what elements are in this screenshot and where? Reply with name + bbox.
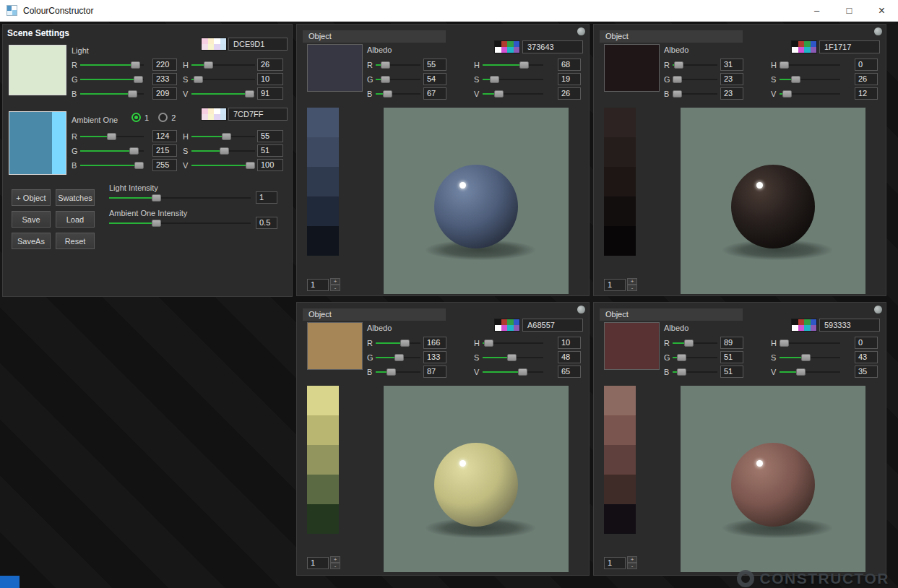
reset-button[interactable]: Reset <box>56 233 95 249</box>
shade-swatch[interactable] <box>307 504 339 534</box>
albedo-s-slider[interactable] <box>483 74 543 85</box>
ambient-v-value[interactable]: 100 <box>257 159 283 171</box>
albedo-h-slider[interactable] <box>483 338 543 348</box>
albedo-palette-icon[interactable] <box>494 319 520 332</box>
scale-decrement-button[interactable]: - <box>330 563 340 569</box>
slider-thumb[interactable] <box>107 133 116 140</box>
albedo-g-slider[interactable] <box>673 353 717 363</box>
shade-swatch[interactable] <box>604 137 636 167</box>
albedo-g-slider[interactable] <box>376 74 420 85</box>
albedo-s-slider[interactable] <box>483 353 543 363</box>
panel-indicator-circle[interactable] <box>577 27 585 35</box>
albedo-r-value[interactable]: 166 <box>423 337 446 349</box>
shade-swatch[interactable] <box>307 226 339 256</box>
slider-thumb[interactable] <box>246 162 255 169</box>
slider-thumb[interactable] <box>801 354 811 361</box>
scale-increment-button[interactable]: + <box>627 556 637 563</box>
close-button[interactable]: × <box>865 0 898 21</box>
slider-thumb[interactable] <box>494 90 504 98</box>
slider-thumb[interactable] <box>674 61 683 69</box>
slider-thumb[interactable] <box>383 90 392 98</box>
scale-decrement-button[interactable]: - <box>627 285 637 291</box>
shade-swatch[interactable] <box>604 445 636 475</box>
albedo-b-slider[interactable] <box>673 89 717 99</box>
light-g-slider[interactable] <box>80 74 144 85</box>
ambient-h-slider[interactable] <box>191 131 255 142</box>
slider-thumb[interactable] <box>220 147 229 155</box>
slider-thumb[interactable] <box>519 61 529 69</box>
albedo-v-slider[interactable] <box>483 89 543 99</box>
light-r-value[interactable]: 220 <box>152 59 177 71</box>
shade-swatch[interactable] <box>604 415 636 445</box>
light-b-value[interactable]: 209 <box>152 87 177 100</box>
light-v-value[interactable]: 91 <box>257 87 283 100</box>
shade-swatch[interactable] <box>307 475 339 504</box>
ambient-intensity-value[interactable]: 0.5 <box>256 217 277 229</box>
albedo-v-value[interactable]: 35 <box>855 366 878 378</box>
albedo-g-value[interactable]: 54 <box>423 73 446 85</box>
light-hex-value[interactable]: DCE9D1 <box>228 38 288 51</box>
slider-thumb[interactable] <box>673 76 682 83</box>
shade-swatch[interactable] <box>604 167 636 196</box>
albedo-b-slider[interactable] <box>376 367 420 377</box>
light-color-swatch[interactable] <box>9 45 66 95</box>
slider-thumb[interactable] <box>381 76 390 83</box>
shade-swatch[interactable] <box>604 475 636 504</box>
slider-thumb[interactable] <box>484 340 493 347</box>
panel-indicator-circle[interactable] <box>874 27 882 35</box>
albedo-r-value[interactable]: 31 <box>720 59 743 71</box>
albedo-swatch[interactable] <box>307 322 363 370</box>
scale-decrement-button[interactable]: - <box>330 285 340 291</box>
ambient-r-slider[interactable] <box>80 131 144 142</box>
minimize-button[interactable]: – <box>800 0 833 21</box>
albedo-h-slider[interactable] <box>780 60 840 70</box>
scale-increment-button[interactable]: + <box>627 278 637 285</box>
ambient-s-value[interactable]: 51 <box>257 144 283 157</box>
light-intensity-slider[interactable] <box>109 193 251 203</box>
albedo-hex-value[interactable]: A68557 <box>522 319 583 332</box>
ambient-color-swatch[interactable] <box>9 111 66 175</box>
albedo-g-slider[interactable] <box>376 353 420 363</box>
slider-thumb[interactable] <box>222 133 231 140</box>
scale-value[interactable]: 1 <box>307 557 329 569</box>
albedo-r-value[interactable]: 89 <box>720 337 743 349</box>
ambient-b-slider[interactable] <box>80 160 144 170</box>
albedo-hex-value[interactable]: 593333 <box>819 319 880 332</box>
albedo-g-value[interactable]: 23 <box>720 73 743 85</box>
albedo-b-slider[interactable] <box>673 367 717 377</box>
light-intensity-value[interactable]: 1 <box>256 191 277 204</box>
albedo-r-slider[interactable] <box>376 338 420 348</box>
albedo-g-value[interactable]: 51 <box>720 351 743 363</box>
albedo-b-value[interactable]: 67 <box>423 87 446 100</box>
slider-thumb[interactable] <box>152 194 161 202</box>
slider-thumb[interactable] <box>394 354 404 361</box>
scale-value[interactable]: 1 <box>604 279 626 291</box>
shade-swatch[interactable] <box>307 196 339 226</box>
albedo-h-slider[interactable] <box>483 60 543 70</box>
albedo-v-value[interactable]: 26 <box>558 87 581 100</box>
titlebar[interactable]: ColourConstructor – □ × <box>0 0 898 22</box>
slider-thumb[interactable] <box>782 90 792 98</box>
albedo-s-slider[interactable] <box>780 74 840 85</box>
maximize-button[interactable]: □ <box>833 0 865 21</box>
shade-swatch[interactable] <box>307 386 339 415</box>
shade-swatch[interactable] <box>604 226 636 256</box>
light-s-value[interactable]: 10 <box>257 73 283 85</box>
albedo-s-value[interactable]: 26 <box>855 73 878 85</box>
slider-thumb[interactable] <box>131 61 140 69</box>
albedo-v-slider[interactable] <box>780 89 840 99</box>
albedo-s-value[interactable]: 43 <box>855 351 878 363</box>
slider-thumb[interactable] <box>387 368 396 376</box>
slider-thumb[interactable] <box>677 354 686 361</box>
slider-thumb[interactable] <box>194 76 203 83</box>
ambient-hex-value[interactable]: 7CD7FF <box>228 108 288 121</box>
slider-thumb[interactable] <box>128 90 137 98</box>
shade-swatch[interactable] <box>307 108 339 137</box>
albedo-s-slider[interactable] <box>780 353 840 363</box>
slider-thumb[interactable] <box>490 76 499 83</box>
albedo-r-slider[interactable] <box>673 60 717 70</box>
shade-swatch[interactable] <box>604 386 636 415</box>
albedo-swatch[interactable] <box>604 322 660 370</box>
save-button[interactable]: Save <box>12 211 51 228</box>
albedo-hex-value[interactable]: 1F1717 <box>819 40 880 53</box>
